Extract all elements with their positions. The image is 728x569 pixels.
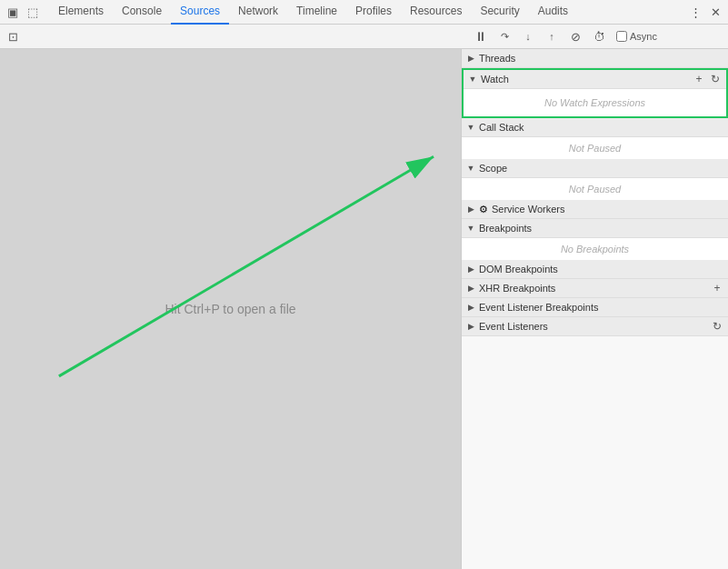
left-panel: Hit Ctrl+P to open a file [0, 49, 462, 569]
event-listeners-section-header[interactable]: ▶ Event Listeners ↻ [462, 317, 728, 336]
threads-triangle-icon: ▶ [465, 53, 476, 64]
no-watch-expressions-text: No Watch Expressions [544, 97, 645, 108]
step-over-button[interactable]: ↷ [494, 26, 514, 46]
event-listeners-label: Event Listeners [479, 321, 548, 332]
step-into-button[interactable]: ↓ [518, 26, 538, 46]
top-tab-bar: ▣ ⬚ Elements Console Sources Network Tim… [0, 0, 728, 25]
call-stack-status: Not Paused [462, 137, 728, 159]
async-checkbox[interactable] [616, 31, 627, 42]
tab-network[interactable]: Network [229, 0, 287, 25]
devtools-end-icons: ⋮ ✕ [686, 3, 724, 21]
event-listeners-actions: ↻ [710, 319, 724, 334]
step-out-button[interactable]: ↑ [542, 26, 562, 46]
watch-actions: + ↻ [692, 72, 723, 86]
tab-security[interactable]: Security [471, 0, 528, 25]
service-workers-triangle-icon: ▶ [465, 204, 476, 215]
async-label-text: Async [630, 31, 657, 42]
event-listener-breakpoints-label: Event Listener Breakpoints [479, 302, 598, 313]
open-file-hint: Hit Ctrl+P to open a file [165, 302, 295, 316]
tab-profiles[interactable]: Profiles [346, 0, 401, 25]
svg-line-1 [59, 156, 434, 376]
xhr-breakpoints-add-button[interactable]: + [710, 281, 724, 295]
xhr-breakpoints-triangle-icon: ▶ [465, 283, 476, 294]
event-listeners-refresh-button[interactable]: ↻ [710, 319, 724, 334]
tab-elements[interactable]: Elements [49, 0, 113, 25]
call-stack-section-header[interactable]: ▼ Call Stack [462, 118, 728, 137]
breakpoints-section-header[interactable]: ▼ Breakpoints [462, 219, 728, 238]
scope-label: Scope [479, 163, 507, 174]
no-breakpoints-text: No Breakpoints [462, 238, 728, 260]
devtools-left-icons: ▣ ⬚ [4, 3, 42, 21]
call-stack-label: Call Stack [479, 122, 524, 133]
event-listeners-triangle-icon: ▶ [465, 321, 476, 332]
async-checkbox-container: Async [616, 31, 657, 42]
watch-triangle-icon: ▼ [467, 74, 478, 85]
xhr-breakpoints-section-header[interactable]: ▶ XHR Breakpoints + [462, 279, 728, 298]
threads-label: Threads [479, 53, 515, 64]
watch-content: No Watch Expressions [464, 89, 726, 116]
tab-audits[interactable]: Audits [529, 0, 577, 25]
sources-left-toolbar: ⊡ [4, 27, 465, 45]
scope-triangle-icon: ▼ [465, 163, 476, 174]
tab-resources[interactable]: Resources [401, 0, 471, 25]
watch-refresh-button[interactable]: ↻ [708, 72, 723, 86]
dom-breakpoints-label: DOM Breakpoints [479, 264, 558, 275]
tab-timeline[interactable]: Timeline [287, 0, 346, 25]
breakpoints-triangle-icon: ▼ [465, 223, 476, 234]
watch-section-header[interactable]: ▼ Watch + ↻ [464, 70, 726, 89]
sources-toolbar: ⊡ ⏸ ↷ ↓ ↑ ⊘ ⏱ Async [0, 25, 728, 49]
event-listener-breakpoints-triangle-icon: ▶ [465, 302, 476, 313]
deactivate-breakpoints-button[interactable]: ⊘ [565, 26, 585, 46]
xhr-breakpoints-actions: + [710, 281, 724, 295]
main-content: Hit Ctrl+P to open a file ▶ Threads ▼ Wa… [0, 49, 728, 569]
service-workers-section-header[interactable]: ▶ ⚙ Service Workers [462, 200, 728, 219]
call-stack-triangle-icon: ▼ [465, 122, 476, 133]
scope-status: Not Paused [462, 178, 728, 200]
threads-section-header[interactable]: ▶ Threads [462, 49, 728, 68]
tab-console[interactable]: Console [113, 0, 171, 25]
dom-breakpoints-section-header[interactable]: ▶ DOM Breakpoints [462, 260, 728, 279]
sources-right-toolbar: ⏸ ↷ ↓ ↑ ⊘ ⏱ Async [465, 26, 724, 46]
service-workers-label: Service Workers [492, 204, 564, 215]
service-workers-gear-icon: ⚙ [479, 204, 488, 215]
dom-breakpoints-triangle-icon: ▶ [465, 264, 476, 275]
xhr-breakpoints-label: XHR Breakpoints [479, 283, 555, 294]
right-panel: ▶ Threads ▼ Watch + ↻ No Watch Expressio… [462, 49, 728, 569]
dock-icon[interactable]: ▣ [4, 3, 22, 21]
event-listener-breakpoints-section-header[interactable]: ▶ Event Listener Breakpoints [462, 298, 728, 317]
breakpoints-label: Breakpoints [479, 223, 532, 234]
watch-label: Watch [481, 74, 509, 85]
scope-section-header[interactable]: ▼ Scope [462, 159, 728, 178]
close-devtools-icon[interactable]: ✕ [706, 3, 724, 21]
more-options-icon[interactable]: ⋮ [686, 3, 704, 21]
tab-sources[interactable]: Sources [171, 0, 229, 25]
watch-add-button[interactable]: + [692, 72, 706, 86]
watch-section: ▼ Watch + ↻ No Watch Expressions [462, 68, 728, 118]
toggle-filesystem-icon[interactable]: ⊡ [4, 27, 22, 45]
pause-on-exceptions-button[interactable]: ⏱ [589, 26, 609, 46]
inspect-icon[interactable]: ⬚ [24, 3, 42, 21]
main-tabs: Elements Console Sources Network Timelin… [49, 0, 686, 25]
pause-button[interactable]: ⏸ [471, 26, 491, 46]
